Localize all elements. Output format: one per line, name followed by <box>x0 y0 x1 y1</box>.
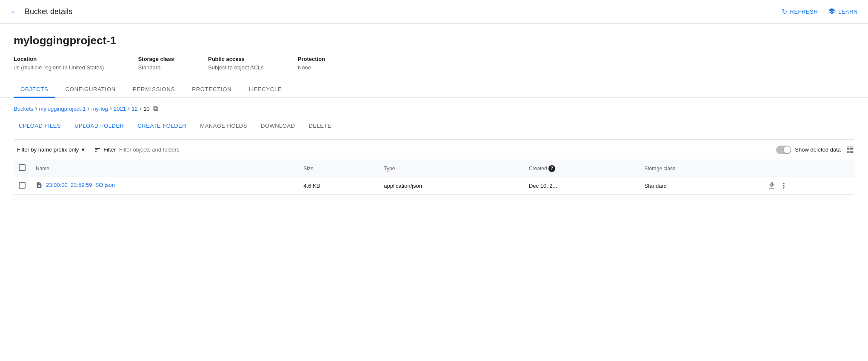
storage-class-label: Storage class <box>138 56 174 62</box>
header-actions: ↻ REFRESH LEARN <box>782 7 858 17</box>
filter-bar: Filter by name prefix only ▼ Filter Show… <box>14 139 854 160</box>
storage-class-meta: Storage class Standard <box>138 56 174 71</box>
name-column-header[interactable]: Name <box>31 160 298 177</box>
file-name-cell: 23:00:00_23:59:59_SO.json <box>31 177 298 195</box>
action-bar: UPLOAD FILES UPLOAD FOLDER CREATE FOLDER… <box>14 119 854 132</box>
show-deleted-toggle[interactable] <box>776 146 791 154</box>
file-name[interactable]: 23:00:00_23:59:59_SO.json <box>46 182 115 188</box>
copy-path-icon[interactable]: ⧉ <box>153 105 158 112</box>
more-vert-icon <box>779 181 788 190</box>
breadcrumb-sep-2: › <box>87 105 89 112</box>
breadcrumb: Buckets › myloggingproject-1 › my-log › … <box>14 105 854 112</box>
bucket-info: myloggingproject-1 Location us (multiple… <box>0 24 868 71</box>
table-header-row: Name Size Type Created ? Storage class <box>14 160 854 177</box>
breadcrumb-sep-4: › <box>128 105 130 112</box>
filter-prefix-label: Filter by name prefix only <box>17 146 79 153</box>
file-icon-wrap: 23:00:00_23:59:59_SO.json <box>36 182 115 189</box>
learn-label: LEARN <box>838 9 858 15</box>
back-button[interactable]: ← <box>10 6 20 17</box>
learn-button[interactable]: LEARN <box>828 7 858 17</box>
breadcrumb-sep-5: › <box>140 105 142 112</box>
protection-value: None <box>298 64 311 71</box>
select-all-checkbox[interactable] <box>19 164 26 171</box>
breadcrumb-2021[interactable]: 2021 <box>114 106 126 112</box>
table-row: 23:00:00_23:59:59_SO.json 4.6 KB applica… <box>14 177 854 195</box>
refresh-icon: ↻ <box>782 8 788 16</box>
chevron-down-icon: ▼ <box>80 147 86 153</box>
filter-prefix-dropdown[interactable]: Filter by name prefix only ▼ <box>14 144 89 155</box>
filter-icon-label: Filter <box>94 146 116 153</box>
select-all-header <box>14 160 31 177</box>
show-deleted-toggle-wrap: Show deleted data <box>776 146 841 154</box>
protection-label: Protection <box>298 56 325 62</box>
tab-permissions[interactable]: PERMISSIONS <box>126 81 182 97</box>
header: ← Bucket details ↻ REFRESH LEARN <box>0 0 868 24</box>
upload-folder-button[interactable]: UPLOAD FOLDER <box>69 119 129 132</box>
tab-objects[interactable]: OBJECTS <box>14 81 55 97</box>
breadcrumb-12[interactable]: 12 <box>131 106 137 112</box>
type-column-header[interactable]: Type <box>379 160 524 177</box>
row-checkbox[interactable] <box>19 182 26 189</box>
filter-right: Show deleted data <box>776 146 854 154</box>
public-access-label: Public access <box>208 56 264 62</box>
upload-files-button[interactable]: UPLOAD FILES <box>14 119 66 132</box>
created-column-header[interactable]: Created ? <box>524 160 639 177</box>
bucket-name: myloggingproject-1 <box>14 34 854 47</box>
refresh-label: REFRESH <box>790 9 818 15</box>
file-size-cell: 4.6 KB <box>298 177 379 195</box>
tab-bar: OBJECTS CONFIGURATION PERMISSIONS PROTEC… <box>0 81 868 98</box>
public-access-value: Subject to object ACLs <box>208 64 264 71</box>
header-left: ← Bucket details <box>10 6 72 17</box>
content-area: Buckets › myloggingproject-1 › my-log › … <box>0 98 868 201</box>
file-type-cell: application/json <box>379 177 524 195</box>
file-storage-class-cell: Standard <box>639 177 762 195</box>
protection-meta: Protection None <box>298 56 325 71</box>
public-access-meta: Public access Subject to object ACLs <box>208 56 264 71</box>
tab-lifecycle[interactable]: LIFECYCLE <box>242 81 288 97</box>
file-row-actions-cell <box>762 177 854 195</box>
download-button[interactable]: DOWNLOAD <box>256 119 300 132</box>
page-title: Bucket details <box>25 7 72 16</box>
filter-label: Filter <box>103 146 116 153</box>
delete-button[interactable]: DELETE <box>303 119 337 132</box>
tab-configuration[interactable]: CONFIGURATION <box>59 81 123 97</box>
storage-class-value: Standard <box>138 64 160 71</box>
density-icon <box>846 146 854 154</box>
filter-input-wrap: Filter <box>94 146 771 153</box>
breadcrumb-sep-3: › <box>110 105 112 112</box>
breadcrumb-sep-1: › <box>35 105 37 112</box>
breadcrumb-project[interactable]: myloggingproject-1 <box>39 106 86 112</box>
manage-holds-button[interactable]: MANAGE HOLDS <box>195 119 252 132</box>
download-icon <box>768 181 776 190</box>
file-document-icon <box>36 182 43 189</box>
filter-input[interactable] <box>119 146 771 153</box>
breadcrumb-buckets[interactable]: Buckets <box>14 106 33 112</box>
show-deleted-label: Show deleted data <box>795 146 841 153</box>
filter-lines-icon <box>94 146 101 153</box>
file-created-cell: Dec 10, 2... <box>524 177 639 195</box>
row-download-button[interactable] <box>768 181 776 190</box>
breadcrumb-mylog[interactable]: my-log <box>91 106 108 112</box>
created-help-icon[interactable]: ? <box>548 165 555 172</box>
objects-table: Name Size Type Created ? Storage class <box>14 160 854 195</box>
back-icon: ← <box>10 6 20 17</box>
learn-icon <box>828 7 836 17</box>
tab-protection[interactable]: PROTECTION <box>185 81 238 97</box>
row-checkbox-cell <box>14 177 31 195</box>
actions-column-header <box>762 160 854 177</box>
create-folder-button[interactable]: CREATE FOLDER <box>133 119 192 132</box>
breadcrumb-current: 10 <box>143 106 149 112</box>
size-column-header[interactable]: Size <box>298 160 379 177</box>
storage-class-column-header[interactable]: Storage class <box>639 160 762 177</box>
location-meta: Location us (multiple regions in United … <box>14 56 104 71</box>
row-actions <box>768 181 849 190</box>
location-label: Location <box>14 56 104 62</box>
refresh-button[interactable]: ↻ REFRESH <box>782 8 818 16</box>
location-value: us (multiple regions in United States) <box>14 64 104 71</box>
toggle-knob <box>784 146 791 153</box>
bucket-meta: Location us (multiple regions in United … <box>14 56 854 71</box>
row-more-button[interactable] <box>779 181 788 190</box>
density-button[interactable] <box>846 146 854 154</box>
